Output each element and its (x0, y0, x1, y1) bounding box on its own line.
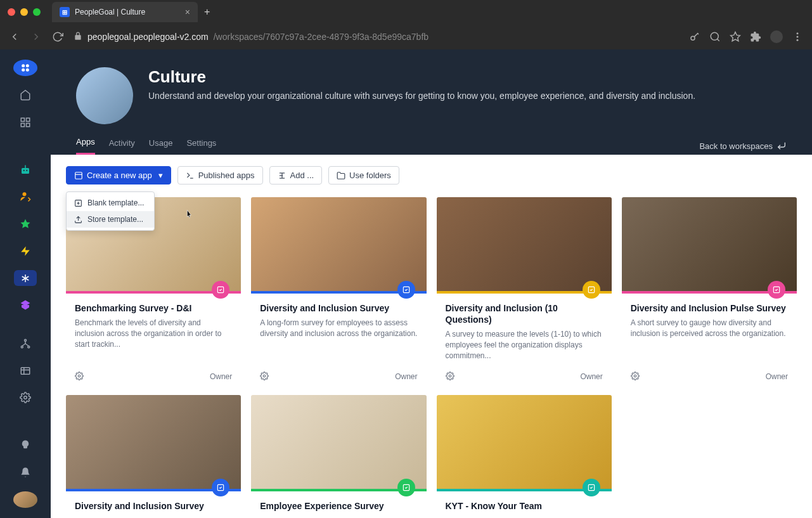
page-title: Culture (148, 67, 695, 87)
add-button[interactable]: Add ... (269, 166, 323, 185)
tab-usage[interactable]: Usage (149, 138, 173, 154)
svg-rect-16 (21, 124, 24, 127)
create-dropdown: Blank template... Store template... (66, 191, 155, 231)
app-card[interactable]: Diversity and Inclusion Survey A long-fo… (251, 197, 426, 385)
user-avatar[interactable] (13, 491, 37, 508)
sidebar (0, 49, 51, 518)
chevron-down-icon: ▾ (158, 171, 163, 180)
card-title: Diversity and Inclusion Pulse Survey (631, 302, 788, 314)
app-card[interactable]: Diversity and Inclusion Survey (66, 395, 241, 518)
tab-activity[interactable]: Activity (109, 138, 135, 154)
svg-point-7 (797, 36, 799, 38)
svg-point-47 (264, 375, 266, 377)
extensions-icon[interactable] (750, 31, 761, 42)
table-icon[interactable] (14, 363, 37, 379)
card-title: KYT - Know Your Team (446, 500, 603, 512)
tab-navigation: Apps Activity Usage Settings Back to wor… (51, 124, 812, 155)
forward-button[interactable] (30, 31, 42, 42)
bell-icon[interactable] (14, 464, 37, 480)
menu-icon[interactable] (792, 31, 803, 42)
app-card[interactable]: Employee Experience Survey (251, 395, 426, 518)
star-nav-icon[interactable] (14, 216, 37, 232)
lock-icon (74, 32, 82, 42)
card-badge-icon (212, 479, 229, 496)
card-badge-icon (583, 479, 600, 496)
back-to-workspaces-link[interactable]: Back to workspaces (699, 141, 787, 151)
person-edit-icon[interactable] (14, 189, 37, 205)
bolt-icon[interactable] (14, 243, 37, 259)
zoom-icon[interactable] (709, 31, 721, 42)
profile-avatar[interactable] (770, 30, 783, 43)
card-description: Benchmark the levels of diversity and in… (75, 318, 232, 349)
url-path: /workspaces/7607c97a-2cee-4879-9f3a-8d5e… (214, 32, 429, 42)
gear-icon[interactable] (260, 372, 269, 382)
svg-point-20 (23, 193, 27, 197)
browser-tab[interactable]: ⊞ PeopleGoal | Culture × (52, 2, 198, 22)
window-maximize-icon[interactable] (33, 8, 41, 16)
star-icon[interactable] (730, 31, 741, 42)
role-label: Owner (580, 372, 602, 381)
svg-point-49 (449, 375, 451, 377)
svg-line-2 (698, 34, 699, 35)
graduation-icon[interactable] (14, 297, 37, 313)
cursor-icon (184, 209, 194, 221)
asterisk-icon[interactable] (14, 270, 37, 286)
use-folders-button[interactable]: Use folders (328, 166, 399, 185)
window-close-icon[interactable] (8, 8, 15, 16)
app-card[interactable]: KYT - Know Your Team (437, 395, 612, 518)
gear-icon[interactable] (75, 372, 84, 382)
close-icon[interactable]: × (185, 7, 190, 17)
card-image (437, 197, 612, 291)
address-bar[interactable]: peoplegoal.peoplegoal-v2.com/workspaces/… (74, 32, 679, 42)
svg-point-51 (634, 375, 636, 377)
blank-template-option[interactable]: Blank template... (67, 195, 154, 211)
reload-button[interactable] (52, 31, 63, 42)
home-icon[interactable] (14, 87, 37, 103)
svg-point-12 (26, 68, 29, 72)
svg-marker-5 (731, 32, 740, 41)
org-chart-icon[interactable] (14, 336, 37, 352)
workspace-image (76, 67, 133, 124)
key-icon[interactable] (689, 31, 700, 42)
browser-chrome: ⊞ PeopleGoal | Culture × + peoplegoal.pe… (0, 0, 812, 49)
svg-point-28 (28, 346, 30, 348)
tab-settings[interactable]: Settings (186, 138, 216, 154)
card-image (622, 197, 797, 291)
role-label: Owner (766, 372, 788, 381)
card-description: A survey to measure the levels (1-10) to… (446, 329, 603, 361)
svg-rect-13 (21, 118, 24, 121)
gear-icon[interactable] (14, 390, 37, 406)
gear-icon[interactable] (631, 372, 640, 382)
window-minimize-icon[interactable] (20, 8, 28, 16)
back-button[interactable] (9, 31, 20, 42)
tab-apps[interactable]: Apps (76, 137, 95, 155)
svg-point-8 (797, 39, 799, 41)
card-description: A long-form survey for employees to asse… (260, 318, 417, 339)
card-image (66, 395, 241, 489)
svg-point-18 (23, 169, 25, 171)
card-title: Diversity and Inclusion (10 Questions) (446, 302, 603, 325)
app-card[interactable]: Diversity and Inclusion Pulse Survey A s… (622, 197, 797, 385)
card-badge-icon (397, 479, 415, 496)
card-badge-icon (583, 281, 600, 299)
card-image (251, 395, 426, 489)
create-app-button[interactable]: Create a new app ▾ (66, 166, 171, 185)
app-grid: Benchmarking Survey - D&I Benchmark the … (66, 197, 797, 518)
svg-point-27 (21, 346, 23, 348)
app-logo[interactable] (13, 60, 37, 76)
new-tab-button[interactable]: + (204, 6, 210, 18)
role-label: Owner (395, 372, 417, 381)
card-title: Diversity and Inclusion Survey (75, 500, 232, 512)
grid-icon[interactable] (14, 115, 37, 131)
svg-rect-17 (22, 168, 29, 174)
published-apps-button[interactable]: Published apps (177, 166, 263, 185)
svg-point-6 (797, 32, 799, 34)
bulb-icon[interactable] (14, 437, 37, 453)
svg-point-9 (22, 64, 25, 67)
robot-icon[interactable] (14, 162, 37, 178)
store-template-option[interactable]: Store template... (67, 211, 154, 228)
app-card[interactable]: Diversity and Inclusion (10 Questions) A… (437, 197, 612, 385)
gear-icon[interactable] (446, 372, 454, 382)
card-title: Diversity and Inclusion Survey (260, 302, 417, 314)
svg-point-26 (25, 339, 27, 341)
